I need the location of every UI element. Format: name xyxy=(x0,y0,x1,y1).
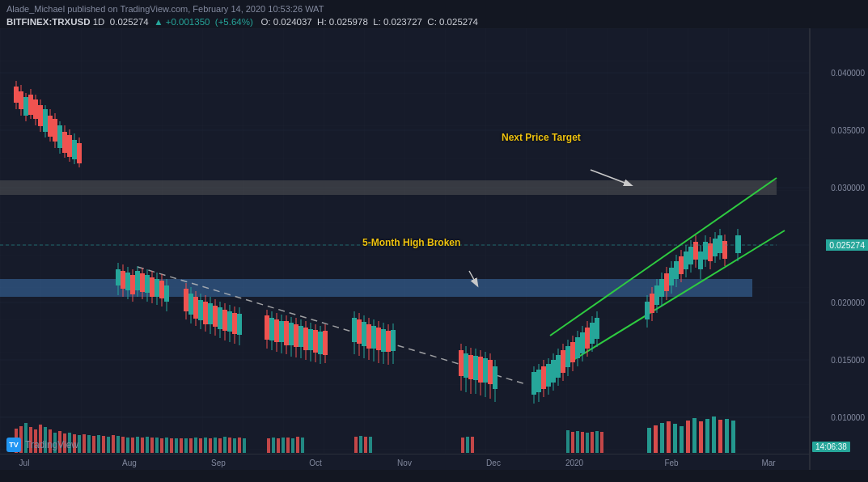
svg-rect-216 xyxy=(386,331,391,352)
svg-rect-256 xyxy=(580,332,585,353)
svg-rect-53 xyxy=(194,438,197,453)
svg-rect-104 xyxy=(19,91,23,109)
svg-rect-246 xyxy=(556,355,561,378)
ticker-close-label: C: xyxy=(427,17,437,27)
chart-area[interactable]: TRON / Dollar, 1D, BITFINEX Vol (20) xyxy=(0,28,810,470)
x-label-mar: Mar xyxy=(761,459,775,467)
svg-rect-138 xyxy=(135,271,140,290)
svg-rect-286 xyxy=(698,252,703,269)
svg-rect-64 xyxy=(267,438,270,453)
svg-rect-77 xyxy=(466,437,469,453)
svg-rect-228 xyxy=(478,357,483,383)
svg-rect-74 xyxy=(364,437,367,453)
svg-rect-144 xyxy=(150,277,155,297)
x-label-dec: Dec xyxy=(486,459,501,467)
svg-rect-78 xyxy=(471,437,474,453)
svg-rect-294 xyxy=(718,235,722,253)
svg-rect-180 xyxy=(274,319,279,342)
svg-rect-37 xyxy=(116,436,120,453)
svg-rect-178 xyxy=(269,318,274,340)
svg-rect-38 xyxy=(121,437,125,453)
svg-rect-282 xyxy=(688,247,693,264)
svg-rect-150 xyxy=(164,285,169,302)
svg-rect-97 xyxy=(712,416,716,453)
svg-rect-73 xyxy=(359,436,362,453)
svg-rect-264 xyxy=(645,302,650,319)
svg-rect-218 xyxy=(391,330,396,351)
ticker-symbol: BITFINEX:TRXUSD xyxy=(6,17,91,27)
svg-rect-206 xyxy=(362,322,366,346)
header: Alade_Michael published on TradingView.c… xyxy=(0,0,868,17)
svg-rect-142 xyxy=(145,275,150,293)
svg-rect-220 xyxy=(459,350,464,376)
svg-rect-1 xyxy=(0,28,809,470)
svg-rect-102 xyxy=(14,87,19,103)
current-price-badge: 0.025274 xyxy=(826,239,868,251)
svg-rect-84 xyxy=(591,432,594,453)
svg-rect-248 xyxy=(561,350,565,373)
svg-rect-214 xyxy=(381,329,386,352)
svg-rect-190 xyxy=(299,326,303,347)
svg-rect-126 xyxy=(72,140,77,159)
svg-rect-274 xyxy=(669,268,674,285)
svg-rect-100 xyxy=(731,421,735,453)
svg-rect-258 xyxy=(585,328,590,349)
svg-rect-252 xyxy=(570,342,575,362)
svg-rect-72 xyxy=(354,437,358,453)
ticker-info: BITFINEX:TRXUSD 1D 0.025274 ▲ +0.001350 … xyxy=(0,17,868,28)
svg-rect-110 xyxy=(33,99,38,119)
svg-rect-108 xyxy=(28,95,33,115)
ticker-open-label: O: xyxy=(260,17,270,27)
svg-rect-48 xyxy=(170,438,173,453)
svg-rect-46 xyxy=(160,438,163,453)
svg-rect-79 xyxy=(566,430,569,453)
svg-rect-90 xyxy=(667,421,671,453)
svg-rect-260 xyxy=(590,323,595,344)
svg-rect-45 xyxy=(155,438,159,453)
svg-rect-192 xyxy=(303,328,308,350)
svg-rect-212 xyxy=(376,328,381,350)
svg-rect-238 xyxy=(536,370,541,392)
svg-rect-242 xyxy=(546,364,551,387)
svg-rect-122 xyxy=(62,132,67,153)
svg-rect-232 xyxy=(488,360,493,384)
tradingview-icon: TV xyxy=(6,438,21,452)
svg-rect-284 xyxy=(693,242,698,260)
ticker-close: 0.025274 xyxy=(439,17,478,27)
svg-rect-168 xyxy=(222,310,227,331)
svg-rect-56 xyxy=(209,438,212,453)
svg-rect-118 xyxy=(53,119,57,142)
svg-rect-54 xyxy=(199,438,202,453)
svg-rect-186 xyxy=(289,323,294,345)
svg-rect-41 xyxy=(136,437,139,453)
svg-rect-176 xyxy=(265,315,269,340)
svg-rect-9 xyxy=(0,180,777,195)
svg-rect-34 xyxy=(102,436,105,453)
svg-rect-292 xyxy=(713,239,718,256)
svg-rect-59 xyxy=(223,437,227,453)
ticker-low-label: L: xyxy=(373,17,381,27)
svg-rect-86 xyxy=(600,432,603,453)
current-time-badge: 14:06:38 xyxy=(812,442,850,452)
x-label-aug: Aug xyxy=(122,459,137,467)
svg-rect-278 xyxy=(679,256,684,274)
svg-rect-60 xyxy=(228,438,231,453)
svg-rect-49 xyxy=(175,438,178,453)
svg-rect-83 xyxy=(586,433,589,453)
y-axis: 0.040000 0.035000 0.030000 0.025000 0.02… xyxy=(810,28,868,470)
svg-rect-106 xyxy=(23,97,28,116)
svg-rect-222 xyxy=(464,353,468,378)
svg-rect-89 xyxy=(660,423,664,453)
svg-rect-172 xyxy=(232,313,237,334)
svg-rect-94 xyxy=(692,418,697,453)
ticker-high-label: H: xyxy=(317,17,327,27)
svg-rect-67 xyxy=(282,438,285,453)
svg-rect-194 xyxy=(308,329,313,350)
svg-rect-152 xyxy=(184,289,188,311)
x-label-nov: Nov xyxy=(397,459,412,467)
svg-rect-10 xyxy=(0,279,752,297)
svg-rect-116 xyxy=(48,116,53,137)
svg-rect-166 xyxy=(218,307,222,329)
svg-rect-174 xyxy=(237,314,242,335)
svg-rect-208 xyxy=(366,324,371,349)
